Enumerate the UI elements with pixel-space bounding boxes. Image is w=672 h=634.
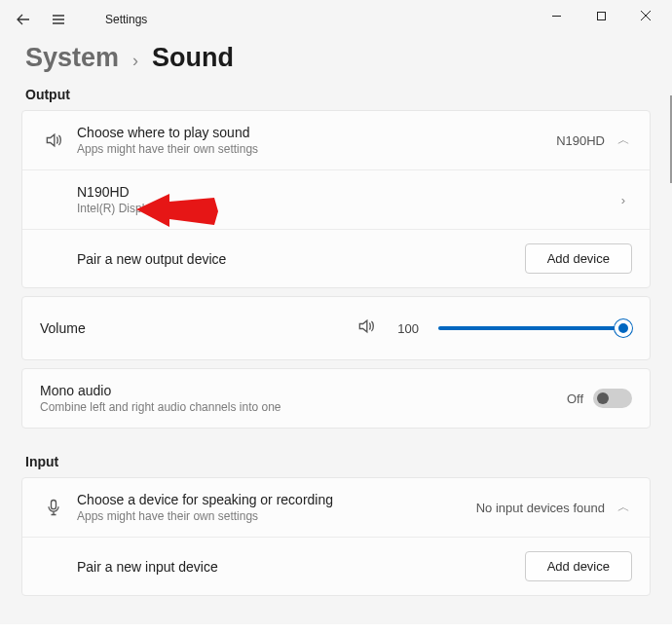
choose-output-row[interactable]: Choose where to play sound Apps might ha… xyxy=(22,111,650,170)
volume-panel: Volume 100 xyxy=(21,296,651,360)
minimize-button[interactable] xyxy=(534,0,579,31)
slider-thumb[interactable] xyxy=(615,319,632,337)
volume-slider[interactable] xyxy=(438,326,628,330)
mono-audio-toggle[interactable] xyxy=(593,389,632,408)
add-output-device-button[interactable]: Add device xyxy=(525,243,632,274)
pair-input-row: Pair a new input device Add device xyxy=(22,538,650,595)
speaker-icon xyxy=(40,131,67,150)
current-output-value: N190HD xyxy=(556,133,605,148)
mono-audio-state: Off xyxy=(567,392,583,406)
pair-output-row: Pair a new output device Add device xyxy=(22,230,650,287)
output-heading: Output xyxy=(0,87,672,110)
output-device-row[interactable]: N190HD Intel(R) Display Audio › xyxy=(22,170,650,230)
choose-input-title: Choose a device for speaking or recordin… xyxy=(77,492,476,507)
output-devices-panel: Choose where to play sound Apps might ha… xyxy=(21,110,651,288)
pair-output-label: Pair a new output device xyxy=(77,251,525,267)
volume-value: 100 xyxy=(390,321,419,336)
output-device-sub: Intel(R) Display Audio xyxy=(77,202,615,215)
current-input-value: No input devices found xyxy=(476,501,605,515)
app-title: Settings xyxy=(105,13,147,26)
output-device-name: N190HD xyxy=(77,184,615,200)
chevron-right-icon: › xyxy=(132,51,138,71)
choose-output-sub: Apps might have their own settings xyxy=(77,142,556,156)
add-input-device-button[interactable]: Add device xyxy=(525,551,632,581)
mono-audio-title: Mono audio xyxy=(40,383,567,398)
volume-label: Volume xyxy=(40,320,86,336)
chevron-up-icon: ︿ xyxy=(615,499,632,516)
title-bar: Settings xyxy=(0,0,672,39)
breadcrumb-parent[interactable]: System xyxy=(25,43,119,73)
svg-rect-1 xyxy=(52,501,56,509)
input-heading: Input xyxy=(0,436,672,477)
microphone-icon xyxy=(40,498,67,517)
speaker-icon[interactable] xyxy=(356,317,376,340)
choose-input-row[interactable]: Choose a device for speaking or recordin… xyxy=(22,478,650,538)
chevron-right-icon: › xyxy=(615,193,632,207)
page-title: Sound xyxy=(152,43,234,73)
choose-input-sub: Apps might have their own settings xyxy=(77,509,476,523)
chevron-up-icon: ︿ xyxy=(615,131,632,149)
choose-output-title: Choose where to play sound xyxy=(77,125,556,140)
back-button[interactable] xyxy=(14,10,33,29)
svg-rect-0 xyxy=(597,12,605,19)
close-button[interactable] xyxy=(623,0,668,31)
breadcrumb: System › Sound xyxy=(0,39,672,87)
input-devices-panel: Choose a device for speaking or recordin… xyxy=(21,477,651,596)
maximize-button[interactable] xyxy=(579,0,623,31)
mono-audio-sub: Combine left and right audio channels in… xyxy=(40,400,567,414)
pair-input-label: Pair a new input device xyxy=(77,559,525,575)
mono-audio-row[interactable]: Mono audio Combine left and right audio … xyxy=(22,369,650,428)
menu-icon[interactable] xyxy=(49,10,68,29)
mono-audio-panel: Mono audio Combine left and right audio … xyxy=(21,368,651,429)
